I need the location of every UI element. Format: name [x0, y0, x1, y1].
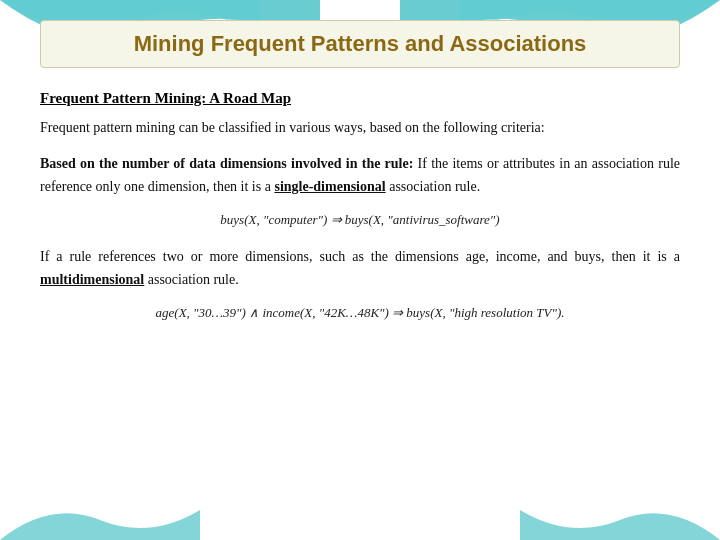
multi-dim-text1: If a rule references two or more dimensi… — [40, 249, 680, 264]
formula2: age(X, "30…39") ∧ income(X, "42K…48K") ⇒… — [40, 305, 680, 321]
single-dim-paragraph: Based on the number of data dimensions i… — [40, 153, 680, 198]
section-single-dim: Based on the number of data dimensions i… — [40, 153, 680, 228]
slide-title-box: Mining Frequent Patterns and Association… — [40, 20, 680, 68]
single-dim-bold-intro: Based on the number of data dimensions i… — [40, 156, 413, 171]
formula1: buys(X, "computer") ⇒ buys(X, "antivirus… — [40, 212, 680, 228]
roadmap-title: Frequent Pattern Mining: A Road Map — [40, 90, 680, 107]
wave-bottom-right-decoration — [520, 490, 720, 540]
section-roadmap: Frequent Pattern Mining: A Road Map Freq… — [40, 90, 680, 139]
multi-dim-text2: association rule. — [144, 272, 238, 287]
roadmap-paragraph: Frequent pattern mining can be classifie… — [40, 117, 680, 139]
slide-title: Mining Frequent Patterns and Association… — [134, 31, 587, 56]
single-dim-term: single-dimensional — [274, 179, 385, 194]
wave-bottom-left-decoration — [0, 490, 200, 540]
section-multi-dim: If a rule references two or more dimensi… — [40, 246, 680, 321]
single-dim-text2: association rule. — [386, 179, 480, 194]
multi-dim-term: multidimensional — [40, 272, 144, 287]
multi-dim-paragraph: If a rule references two or more dimensi… — [40, 246, 680, 291]
